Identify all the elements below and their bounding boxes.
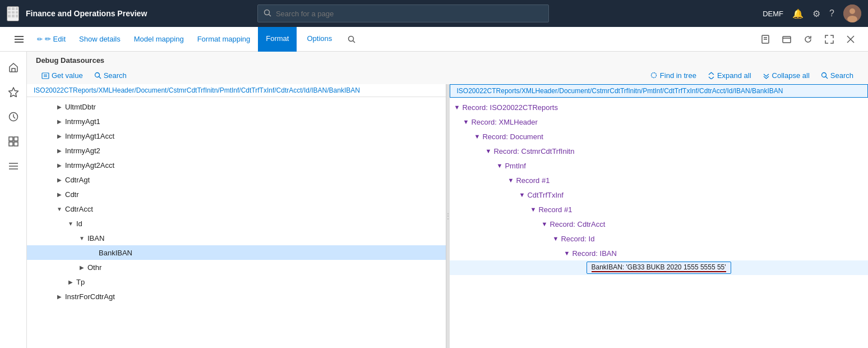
side-nav-favorites[interactable] [2,81,25,103]
toolbar-search-button[interactable] [342,33,361,45]
tree-toggle[interactable]: ▼ [54,203,65,214]
show-details-button[interactable]: Show details [73,33,126,45]
tree-toggle[interactable]: ▶ [65,276,76,287]
tree-toggle[interactable]: ▶ [54,130,65,141]
right-tree-item-cstmr[interactable]: ▼ Record: CstmrCdtTrfInitn [450,144,869,158]
gear-icon[interactable]: ⚙ [812,8,820,19]
right-tree-item-bankiban-value[interactable]: BankIBAN: 'GB33 BUKB 2020 1555 5555 55' [450,260,869,275]
side-nav-workspaces[interactable] [2,130,25,153]
tree-item-cdtracct[interactable]: ▼ CdtrAcct [27,202,446,216]
svg-rect-2 [16,7,18,10]
tree-item-bankiban[interactable]: BankIBAN [27,245,446,260]
edit-button[interactable]: ✏ ✏ Edit [31,33,71,45]
search-left-button[interactable]: Search [89,69,132,82]
right-tree-item-recordid[interactable]: ▼ Record: Id [450,231,869,246]
svg-rect-7 [12,15,15,17]
tree-item-id[interactable]: ▼ Id [27,216,446,231]
global-search[interactable] [257,4,549,22]
side-nav-home[interactable] [2,56,25,79]
bell-icon[interactable]: 🔔 [792,8,804,19]
svg-rect-5 [16,11,18,13]
window-icon[interactable] [778,31,795,48]
svg-rect-28 [9,137,13,141]
expand-icon[interactable] [821,31,838,48]
search-input[interactable] [276,10,543,18]
svg-rect-15 [15,39,24,40]
svg-rect-16 [15,42,24,43]
tree-item-cdtragt[interactable]: ▶ CdtrAgt [27,172,446,187]
side-nav-menu[interactable] [2,155,25,177]
right-tree-item-cdttrftxinf[interactable]: ▼ CdtTrfTxInf [450,187,869,202]
bankiban-value: BankIBAN: 'GB33 BUKB 2020 1555 5555 55' [587,262,731,274]
svg-rect-4 [12,11,15,13]
tree-toggle[interactable]: ▼ [76,232,87,244]
tree-toggle[interactable]: ▶ [76,262,87,273]
right-panel: ISO20022CTReports/XMLHeader/Document/Cst… [450,84,869,348]
tree-item-othr[interactable]: ▶ Othr [27,260,446,274]
svg-rect-8 [16,15,18,17]
tree-toggle[interactable]: ▶ [54,189,65,200]
tree-item-intrmyagt1acct[interactable]: ▶ IntrmyAgt1Acct [27,129,446,143]
svg-rect-31 [14,142,18,146]
tree-toggle[interactable]: ▶ [54,174,65,185]
right-tree-item-record1b[interactable]: ▼ Record #1 [450,202,869,217]
search-icon [264,9,271,19]
svg-point-38 [95,73,99,77]
refresh-icon[interactable] [800,31,816,48]
collapse-all-button[interactable]: Collapse all [757,69,815,82]
content-area: Debug Datasources Get value Search [27,52,868,348]
search-right-button[interactable]: Search [815,69,859,82]
side-nav-recent[interactable] [2,106,25,128]
right-tree-item-xmlheader[interactable]: ▼ Record: XMLHeader [450,115,869,129]
hamburger-button[interactable] [9,33,29,46]
svg-rect-29 [14,137,18,141]
svg-line-39 [99,77,101,79]
tree-item-ultmtdbtr[interactable]: ▶ UltmtDbtr [27,99,446,114]
debug-section-header: Debug Datasources [27,52,868,67]
tree-toggle[interactable]: ▶ [54,116,65,127]
right-tree-item-iso[interactable]: ▼ Record: ISO20022CTReports [450,100,869,115]
tree-toggle[interactable]: ▶ [54,101,65,112]
svg-rect-35 [42,73,49,79]
svg-point-40 [651,73,656,78]
left-path-bar: ISO20022CTReports/XMLHeader/Document/Cst… [27,84,446,97]
right-tree-item-cdtracct[interactable]: ▼ Record: CdtrAcct [450,217,869,231]
get-value-button[interactable]: Get value [36,69,89,82]
toolbar-right-icons [757,31,859,48]
tree-item-intrmyagt2[interactable]: ▶ IntrmyAgt2 [27,143,446,158]
svg-line-18 [353,40,355,43]
tree-toggle[interactable]: ▶ [54,145,65,156]
model-mapping-button[interactable]: Model mapping [128,33,190,45]
svg-rect-30 [9,142,13,146]
expand-all-button[interactable]: Expand all [702,69,757,82]
grid-icon[interactable] [7,6,19,21]
right-tree-item-document[interactable]: ▼ Record: Document [450,129,869,144]
format-mapping-button[interactable]: Format mapping [192,33,256,45]
side-nav [0,52,27,348]
svg-line-10 [269,14,271,16]
right-tree-item-pmtinf[interactable]: ▼ PmtInf [450,158,869,173]
close-icon[interactable] [842,31,859,48]
tree-item-instrforcdtragt[interactable]: ▶ InstrForCdtrAgt [27,289,446,304]
right-tree-item-recordiban[interactable]: ▼ Record: IBAN [450,246,869,260]
tree-item-intrmyagt2acct[interactable]: ▶ IntrmyAgt2Acct [27,158,446,172]
format-tab[interactable]: Format [258,27,297,52]
svg-point-13 [847,16,857,22]
tree-toggle[interactable]: ▼ [65,218,76,229]
tree-item-cdtr[interactable]: ▶ Cdtr [27,187,446,202]
options-tab[interactable]: Options [299,27,340,52]
right-tree-item-record1a[interactable]: ▼ Record #1 [450,173,869,187]
tree-item-iban[interactable]: ▼ IBAN [27,231,446,245]
tree-item-intrmyagt1[interactable]: ▶ IntrmyAgt1 [27,114,446,129]
find-in-tree-button[interactable]: Find in tree [645,69,702,82]
left-tree: ▶ UltmtDbtr ▶ IntrmyAgt1 ▶ IntrmyAgt1Acc… [27,97,446,348]
tree-toggle[interactable]: ▶ [54,159,65,171]
tree-item-tp[interactable]: ▶ Tp [27,274,446,289]
avatar[interactable] [843,4,861,22]
tree-toggle[interactable]: ▶ [54,291,65,302]
bookmark-icon[interactable] [757,31,774,48]
main-content: Debug Datasources Get value Search [0,52,868,348]
svg-point-41 [821,73,826,77]
svg-rect-3 [8,11,11,13]
help-icon[interactable]: ? [829,8,834,19]
